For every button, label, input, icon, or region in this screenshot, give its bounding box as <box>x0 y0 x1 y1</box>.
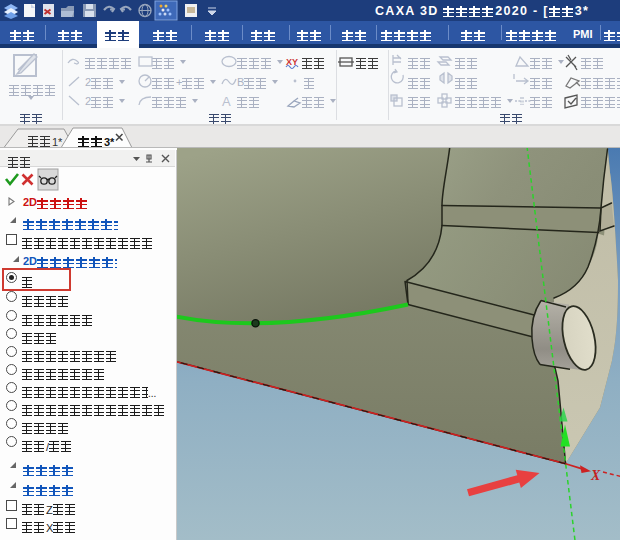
svg-text:X: X <box>590 468 601 483</box>
svg-text:A: A <box>222 94 231 109</box>
